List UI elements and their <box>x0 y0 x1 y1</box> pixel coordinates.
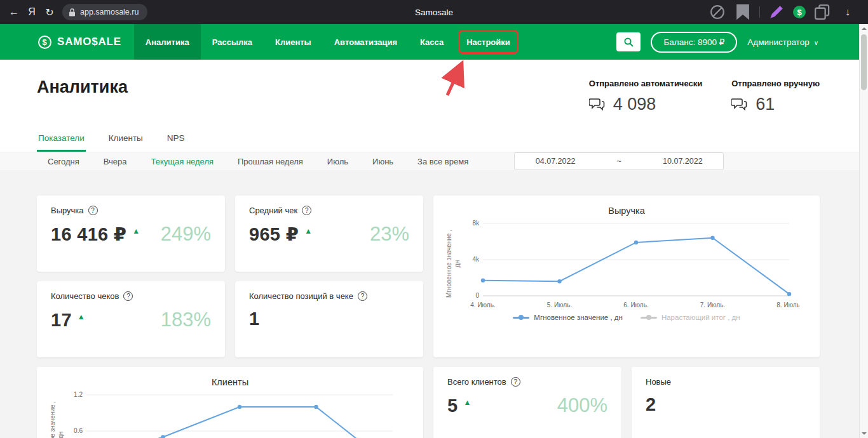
pen-icon[interactable] <box>768 3 785 21</box>
bookmark-icon[interactable] <box>734 3 752 21</box>
help-icon[interactable]: ? <box>302 206 311 215</box>
card-revenue-value: 16 416 ₽ <box>51 223 126 245</box>
svg-text:1.2: 1.2 <box>74 391 83 398</box>
svg-text:0: 0 <box>475 292 479 299</box>
card-positions-per-check: Количество позиций в чеке ? 1 <box>235 281 423 357</box>
revenue-chart-legend: Мгновенное значение , дн Нарастающий ито… <box>444 314 810 321</box>
card-total-clients: Всего клиентов ? 5 ▲ 400% <box>433 367 621 438</box>
card-total-clients-value: 5 <box>447 395 458 416</box>
tab-nps[interactable]: NPS <box>166 133 186 152</box>
legend-instant-value[interactable]: Мгновенное значение , дн <box>513 314 623 321</box>
main-content: Аналитика Отправлено автоматически 4 098 <box>0 60 868 438</box>
logo-dollar-icon: $ <box>38 36 51 49</box>
tab-indicators[interactable]: Показатели <box>37 133 86 152</box>
svg-text:4k: 4k <box>472 256 480 263</box>
card-check-count: Количество чеков ? 17 ▲ 183% <box>37 281 225 357</box>
clients-chart-ylabel-wrap: Мгновенное значение , дн <box>47 388 66 438</box>
back-icon[interactable]: ← <box>5 3 23 21</box>
trend-up-icon: ▲ <box>304 227 312 236</box>
card-avg-check-value: 965 ₽ <box>249 223 299 245</box>
card-revenue-percent: 249% <box>161 223 211 246</box>
card-revenue-label: Выручка <box>51 206 84 215</box>
stat-manual-sent-value: 61 <box>756 95 775 114</box>
card-check-count-percent: 183% <box>161 309 211 331</box>
balance-button[interactable]: Баланс: 8900 ₽ <box>651 32 737 53</box>
filter-june[interactable]: Июнь <box>372 157 393 166</box>
filter-july[interactable]: Июль <box>327 157 348 166</box>
card-total-clients-percent: 400% <box>557 394 607 417</box>
main-navbar: $ SAMO$ALE Аналитика Рассылка Клиенты Ав… <box>0 24 868 60</box>
nav-item-cashdesk[interactable]: Касса <box>409 24 455 60</box>
yandex-browser-icon[interactable]: Я <box>23 3 41 21</box>
card-new-clients: Новые 2 <box>632 367 820 438</box>
filter-yesterday[interactable]: Вчера <box>104 157 127 166</box>
nav-item-settings-label: Настройки <box>466 37 510 47</box>
search-icon <box>623 37 634 48</box>
help-icon[interactable]: ? <box>88 206 98 215</box>
samosale-logo[interactable]: $ SAMO$ALE <box>38 36 121 49</box>
metrics-grid: Выручка ? 16 416 ₽ ▲ 249% Средний чек ? … <box>0 170 868 438</box>
filter-last-week[interactable]: Прошлая неделя <box>238 157 303 166</box>
nav-item-mailing[interactable]: Рассылка <box>201 24 264 60</box>
card-new-clients-value: 2 <box>646 394 656 415</box>
stat-manual-sent-label: Отправлено вручную <box>731 79 820 88</box>
svg-text:4. Июль.: 4. Июль. <box>470 302 495 309</box>
nav-item-settings[interactable]: Настройки <box>455 24 522 60</box>
card-total-clients-label: Всего клиентов <box>447 377 506 387</box>
help-icon[interactable]: ? <box>123 291 133 301</box>
collections-icon[interactable] <box>813 3 831 21</box>
app-window: ← Я ↻ app.samosale.ru Samosale $ <box>0 0 868 438</box>
url-text: app.samosale.ru <box>80 8 139 17</box>
trend-up-icon: ▲ <box>78 312 85 321</box>
revenue-chart-ylabel-wrap: Мгновенное значение , дн <box>444 217 463 312</box>
stat-auto-sent-label: Отправлено автоматически <box>589 79 702 88</box>
legend-cumulative-total[interactable]: Нарастающий итог , дн <box>641 314 740 321</box>
send-stats: Отправлено автоматически 4 098 Отправлен… <box>589 79 820 114</box>
filter-all-time[interactable]: За все время <box>417 157 468 166</box>
trend-up-icon: ▲ <box>463 398 471 407</box>
card-clients-chart: Клиенты Мгновенное значение , дн 00.61.2… <box>37 367 423 438</box>
filter-current-week[interactable]: Текущая неделя <box>151 157 214 166</box>
download-icon[interactable]: ↓ <box>839 3 857 21</box>
toolbar-divider <box>759 6 760 18</box>
address-bar[interactable]: app.samosale.ru <box>62 4 147 20</box>
messenger-icon[interactable] <box>709 3 726 21</box>
date-separator: ~ <box>617 157 621 166</box>
navbar-right: Баланс: 8900 ₽ Администратор ∨ <box>616 32 818 53</box>
legend-cumulative-label: Нарастающий итог , дн <box>661 314 740 321</box>
svg-text:6. Июль.: 6. Июль. <box>623 302 648 309</box>
page-title: Аналитика <box>37 77 128 97</box>
nav-item-clients[interactable]: Клиенты <box>264 24 323 60</box>
scrollbar-thumb[interactable] <box>861 34 867 90</box>
page-header: Аналитика Отправлено автоматически 4 098 <box>0 60 868 152</box>
legend-line-icon <box>641 317 657 319</box>
filter-today[interactable]: Сегодня <box>48 157 79 166</box>
tab-clients[interactable]: Клиенты <box>107 133 144 152</box>
card-positions-value: 1 <box>249 309 259 329</box>
date-range-picker[interactable]: 04.07.2022 ~ 10.07.2022 <box>514 152 724 170</box>
help-icon[interactable]: ? <box>358 291 367 301</box>
revenue-chart-ylabel: Мгновенное значение , дн <box>445 226 461 302</box>
svg-text:8k: 8k <box>472 220 480 227</box>
svg-text:5. Июль.: 5. Июль. <box>547 302 572 309</box>
legend-instant-label: Мгновенное значение , дн <box>534 314 623 321</box>
card-check-count-label: Количество чеков <box>51 291 119 301</box>
page-scrollbar[interactable] <box>859 24 868 438</box>
clients-chart-title: Клиенты <box>47 377 413 387</box>
reload-icon[interactable]: ↻ <box>41 3 58 21</box>
date-from[interactable]: 04.07.2022 <box>536 157 576 166</box>
date-to[interactable]: 10.07.2022 <box>663 157 703 166</box>
clients-line-chart: 00.61.24. Июль.5. Июль.6. Июль.7. Июль.8… <box>66 388 403 438</box>
clients-chart-ylabel: Мгновенное значение , дн <box>49 397 65 438</box>
scroll-up-icon[interactable] <box>862 27 867 30</box>
period-filter-bar: Сегодня Вчера Текущая неделя Прошлая нед… <box>0 152 868 170</box>
lock-icon <box>69 8 76 17</box>
user-menu[interactable]: Администратор ∨ <box>747 37 818 47</box>
nav-item-automation[interactable]: Автоматизация <box>323 24 409 60</box>
help-icon[interactable]: ? <box>511 377 520 387</box>
scroll-down-icon[interactable] <box>862 432 867 435</box>
nav-item-analytics[interactable]: Аналитика <box>134 24 201 60</box>
analytics-tabs: Показатели Клиенты NPS <box>37 133 820 152</box>
search-button[interactable] <box>616 32 641 51</box>
samosale-extension-icon[interactable]: $ <box>793 6 806 18</box>
